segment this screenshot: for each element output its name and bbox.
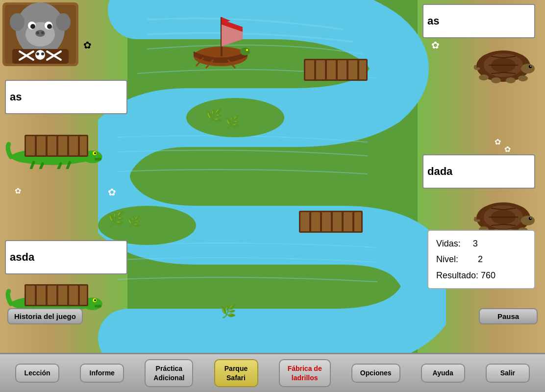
svg-point-41 xyxy=(530,66,531,67)
svg-point-25 xyxy=(94,299,96,301)
flower-2: ✿ xyxy=(108,186,116,198)
svg-point-45 xyxy=(506,77,516,83)
flower-3: ✿ xyxy=(431,39,440,51)
bridge-mid-left xyxy=(25,135,88,157)
word-mid-right-text: dada xyxy=(427,165,452,178)
nivel-value: 2 xyxy=(478,254,483,264)
pirate-box xyxy=(0,0,81,69)
nivel-row: Nivel: 2 xyxy=(436,251,526,267)
svg-point-73 xyxy=(47,24,52,29)
nav-practica[interactable]: PrácticaAdicional xyxy=(145,359,193,387)
svg-point-67 xyxy=(10,13,25,31)
svg-point-15 xyxy=(94,152,96,154)
svg-point-80 xyxy=(41,52,44,55)
pausa-button-label: Pausa xyxy=(497,312,519,320)
svg-point-4 xyxy=(240,48,250,55)
svg-point-44 xyxy=(491,77,501,83)
flower-7: ✿ xyxy=(15,186,21,196)
flower-4: ✿ xyxy=(495,137,501,147)
nav-informe[interactable]: Informe xyxy=(80,364,124,382)
svg-point-58 xyxy=(530,218,531,219)
vidas-value: 3 xyxy=(473,239,478,248)
tortoise-1 xyxy=(471,44,535,85)
svg-rect-23 xyxy=(95,305,101,308)
resultado-value: 760 xyxy=(481,270,495,280)
svg-point-5 xyxy=(246,49,248,51)
grass-tuft-3: 🌿 xyxy=(108,211,125,227)
pausa-button[interactable]: Pausa xyxy=(479,308,538,324)
nav-ayuda[interactable]: Ayuda xyxy=(421,364,465,382)
resultado-label: Resultado: xyxy=(436,270,478,280)
river-container xyxy=(98,0,446,353)
bridge-top-right xyxy=(304,59,368,81)
word-box-mid-left: as xyxy=(5,80,127,114)
nav-leccion[interactable]: Lección xyxy=(15,364,59,382)
word-box-mid-right: dada xyxy=(422,154,535,189)
vidas-row: Vidas: 3 xyxy=(436,236,526,251)
flower-5: ✿ xyxy=(504,145,511,154)
resultado-row: Resultado: 760 xyxy=(436,268,526,283)
svg-point-72 xyxy=(30,24,35,29)
word-lower-left-text: asda xyxy=(10,251,34,264)
svg-point-43 xyxy=(479,74,489,80)
svg-rect-59 xyxy=(521,218,528,223)
bridge-bottom-left xyxy=(25,284,88,306)
word-top-right-text: as xyxy=(427,15,439,27)
flower-1: ✿ xyxy=(83,39,92,51)
svg-point-40 xyxy=(529,65,532,68)
svg-rect-13 xyxy=(95,158,101,161)
nav-fabrica[interactable]: Fábrica deladrillos xyxy=(279,359,331,387)
stat-box: Vidas: 3 Nivel: 2 Resultado: 760 xyxy=(427,230,535,289)
svg-point-75 xyxy=(36,31,39,34)
svg-point-79 xyxy=(36,52,39,55)
svg-point-76 xyxy=(41,31,44,34)
word-box-lower-left: asda xyxy=(5,240,127,274)
nivel-label: Nivel: xyxy=(436,254,458,264)
svg-point-68 xyxy=(56,13,71,31)
svg-rect-42 xyxy=(521,66,528,71)
historia-button-label: Historia del juego xyxy=(14,312,76,320)
svg-point-57 xyxy=(529,217,532,220)
vidas-label: Vidas: xyxy=(436,239,461,248)
nav-parque[interactable]: ParqueSafari xyxy=(214,359,258,387)
nav-opciones[interactable]: Opciones xyxy=(351,364,400,382)
word-mid-left-text: as xyxy=(10,91,22,103)
grass-tuft-5: 🌿 xyxy=(221,304,236,319)
grass-tuft-4: 🌿 xyxy=(127,216,141,228)
word-box-top-right: as xyxy=(422,4,535,38)
nav-salir[interactable]: Salir xyxy=(486,364,530,382)
historia-button[interactable]: Historia del juego xyxy=(7,308,83,324)
grass-tuft-1: 🌿 xyxy=(206,108,223,124)
viking-ship xyxy=(191,15,250,71)
bridge-mid-right xyxy=(299,211,363,233)
bottom-nav: Lección Informe PrácticaAdicional Parque… xyxy=(0,353,545,392)
svg-point-46 xyxy=(518,75,528,81)
grass-tuft-2: 🌿 xyxy=(225,115,240,129)
